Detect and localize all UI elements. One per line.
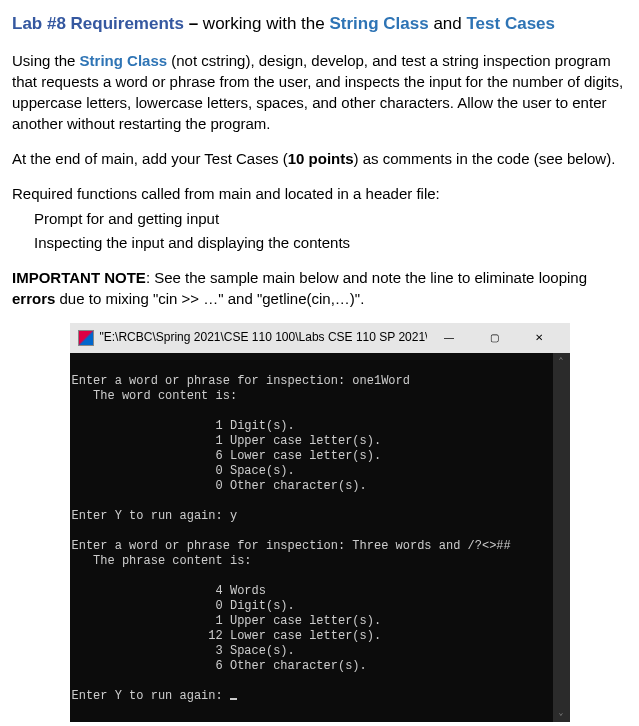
important-note-errors: errors	[12, 290, 55, 307]
console-line: Enter a word or phrase for inspection: T…	[72, 539, 511, 553]
console-line: Enter Y to run again:	[72, 689, 230, 703]
maximize-button[interactable]: ▢	[472, 323, 517, 353]
paragraph-testcases: At the end of main, add your Test Cases …	[12, 148, 627, 169]
console-line: Enter a word or phrase for inspection: o…	[72, 374, 410, 388]
important-note-d: due to mixing "cin >> …" and "getline(ci…	[55, 290, 364, 307]
console-output[interactable]: Enter a word or phrase for inspection: o…	[70, 353, 553, 722]
console-titlebar[interactable]: "E:\RCBC\Spring 2021\CSE 110 100\Labs CS…	[70, 323, 570, 353]
console-line: 4 Words	[72, 584, 266, 598]
title-string-class: String Class	[329, 14, 428, 33]
console-line: 1 Upper case letter(s).	[72, 614, 382, 628]
console-line: 0 Space(s).	[72, 464, 295, 478]
title-test-cases: Test Cases	[467, 14, 556, 33]
paragraph-intro: Using the String Class (not cstring), de…	[12, 50, 627, 134]
scroll-up-icon[interactable]: ⌃	[553, 353, 570, 370]
intro-lead: Using the	[12, 52, 80, 69]
console-line: 1 Digit(s).	[72, 419, 295, 433]
console-icon	[78, 330, 94, 346]
testcases-a: At the end of main, add your Test Cases …	[12, 150, 288, 167]
console-line: 6 Lower case letter(s).	[72, 449, 382, 463]
important-note-label: IMPORTANT NOTE	[12, 269, 146, 286]
string-class-link[interactable]: String Class	[80, 52, 168, 69]
page-title: Lab #8 Requirements – working with the S…	[12, 12, 627, 36]
testcases-points: 10 points	[288, 150, 354, 167]
title-working: working with the	[203, 14, 330, 33]
minimize-button[interactable]: —	[427, 323, 472, 353]
function-item-inspect: Inspecting the input and displaying the …	[34, 232, 627, 253]
console-line: 12 Lower case letter(s).	[72, 629, 382, 643]
console-line: 6 Other character(s).	[72, 659, 367, 673]
console-line: 3 Space(s).	[72, 644, 295, 658]
console-window: "E:\RCBC\Spring 2021\CSE 110 100\Labs CS…	[70, 323, 570, 722]
close-button[interactable]: ✕	[517, 323, 562, 353]
paragraph-required-functions: Required functions called from main and …	[12, 183, 627, 204]
console-line: The word content is:	[72, 389, 238, 403]
cursor-icon	[230, 698, 237, 700]
function-list: Prompt for and getting input Inspecting …	[34, 208, 627, 253]
console-line: The phrase content is:	[72, 554, 252, 568]
testcases-c: ) as comments in the code (see below).	[354, 150, 616, 167]
title-lab-requirements: Lab #8 Requirements	[12, 14, 184, 33]
console-scrollbar[interactable]: ⌃ ⌄	[553, 353, 570, 722]
paragraph-important-note: IMPORTANT NOTE: See the sample main belo…	[12, 267, 627, 309]
scroll-down-icon[interactable]: ⌄	[553, 705, 570, 722]
important-note-b: : See the sample main below and note the…	[146, 269, 587, 286]
console-line: 0 Other character(s).	[72, 479, 367, 493]
console-line: 0 Digit(s).	[72, 599, 295, 613]
console-title-text: "E:\RCBC\Spring 2021\CSE 110 100\Labs CS…	[100, 330, 427, 345]
function-item-prompt: Prompt for and getting input	[34, 208, 627, 229]
console-line: Enter Y to run again: y	[72, 509, 238, 523]
title-dash: –	[184, 14, 203, 33]
title-and: and	[429, 14, 467, 33]
console-line: 1 Upper case letter(s).	[72, 434, 382, 448]
window-buttons: — ▢ ✕	[427, 323, 562, 353]
